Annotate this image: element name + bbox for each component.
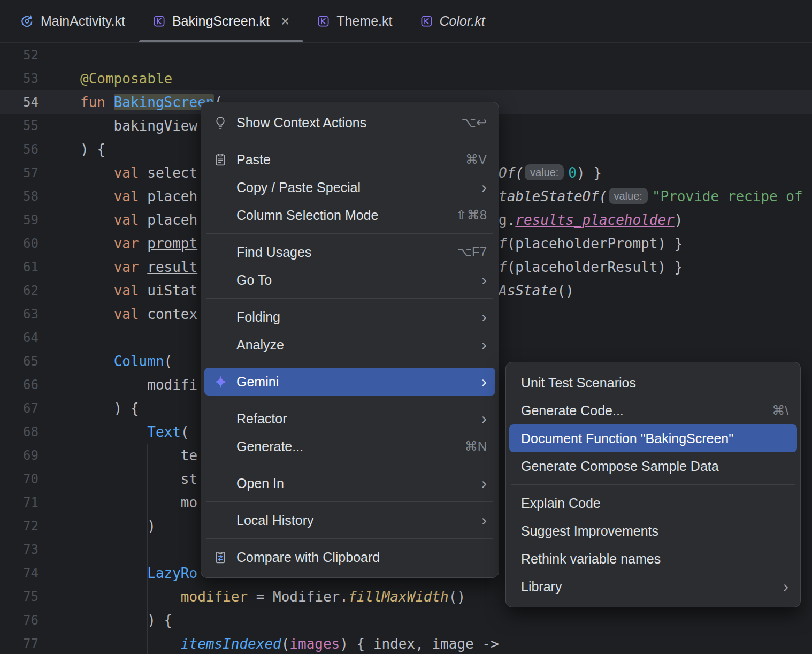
tab-bakingscreen-kt[interactable]: BakingScreen.kt×	[139, 0, 303, 42]
code-line-52[interactable]: 52	[0, 43, 812, 67]
code-text: Text(	[59, 424, 189, 440]
code-text: @Composable	[59, 71, 172, 87]
line-number[interactable]: 59	[0, 208, 59, 232]
code-text: itemsIndexed(images) { index, image ->	[59, 636, 499, 652]
menu-item-generate[interactable]: Generate...⌘N	[204, 432, 495, 460]
code-line-77[interactable]: 77 itemsIndexed(images) { index, image -…	[0, 632, 812, 654]
line-number[interactable]: 58	[0, 185, 59, 208]
menu-item-label: Rethink variable names	[521, 551, 788, 567]
line-number[interactable]: 64	[0, 326, 59, 349]
compose-icon	[20, 14, 34, 28]
menu-item-open-in[interactable]: Open In›	[204, 469, 495, 497]
menu-item-label: Generate Compose Sample Data	[521, 459, 788, 474]
line-number[interactable]: 73	[0, 538, 59, 561]
menu-item-label: Suggest Improvements	[521, 523, 788, 539]
line-number[interactable]: 60	[0, 232, 59, 255]
tab-label: Theme.kt	[336, 13, 392, 29]
line-number[interactable]: 65	[0, 349, 59, 373]
menu-item-label: Open In	[236, 476, 466, 491]
gemini-icon	[209, 375, 232, 389]
code-token: ()	[449, 589, 465, 605]
line-number[interactable]: 71	[0, 491, 59, 514]
close-icon[interactable]: ×	[281, 14, 289, 29]
line-number[interactable]: 67	[0, 397, 59, 420]
code-text: var result	[59, 259, 197, 275]
menu-item-go-to[interactable]: Go To›	[204, 266, 495, 294]
code-text: te	[59, 447, 197, 463]
code-line-53[interactable]: 53@Composable	[0, 67, 812, 90]
line-number[interactable]: 62	[0, 279, 59, 302]
tab-color-kt[interactable]: Color.kt	[407, 0, 499, 42]
menu-item-suggest-improvements[interactable]: Suggest Improvements	[509, 517, 797, 545]
code-token: ()	[557, 283, 574, 299]
line-number[interactable]: 66	[0, 373, 59, 397]
menu-separator	[206, 233, 493, 234]
code-token: g.	[499, 212, 515, 228]
line-number[interactable]: 74	[0, 561, 59, 585]
code-token	[80, 636, 181, 652]
chevron-right-icon: ›	[481, 410, 487, 427]
line-number[interactable]: 53	[0, 67, 59, 90]
code-token: val	[114, 188, 148, 204]
code-line-76[interactable]: 76 ) {	[0, 609, 812, 632]
menu-shortcut: ⌥F7	[457, 245, 487, 260]
menu-item-compare-with-clipboard[interactable]: Compare with Clipboard	[204, 543, 495, 571]
code-token: fun	[80, 94, 114, 110]
code-token: Of(	[499, 165, 524, 181]
menu-separator	[206, 501, 493, 502]
code-token: ) }	[577, 165, 602, 181]
code-token	[80, 235, 114, 252]
menu-item-refactor[interactable]: Refactor›	[204, 405, 495, 432]
code-token: "Provide recipe of	[652, 188, 803, 204]
line-number[interactable]: 61	[0, 255, 59, 279]
line-number[interactable]: 77	[0, 632, 59, 654]
menu-item-find-usages[interactable]: Find Usages⌥F7	[204, 238, 495, 266]
line-number[interactable]: 52	[0, 43, 59, 67]
menu-item-library[interactable]: Library›	[509, 573, 797, 600]
code-text: bakingView	[59, 118, 197, 134]
menu-item-gemini[interactable]: Gemini›	[204, 368, 495, 396]
line-number[interactable]: 54	[0, 90, 59, 114]
code-token: BakingScreen	[114, 94, 215, 110]
tab-mainactivity-kt[interactable]: MainActivity.kt	[6, 0, 139, 42]
code-token: bakingView	[80, 118, 197, 134]
menu-item-column-selection-mode[interactable]: Column Selection Mode⇧⌘8	[204, 201, 495, 229]
tab-theme-kt[interactable]: Theme.kt	[303, 0, 406, 42]
menu-item-label: Compare with Clipboard	[236, 550, 487, 565]
menu-item-label: Refactor	[236, 411, 466, 427]
code-token: val	[114, 306, 148, 322]
menu-item-show-context-actions[interactable]: Show Context Actions⌥↩	[204, 109, 495, 136]
menu-item-generate-compose-sample-data[interactable]: Generate Compose Sample Data	[509, 452, 797, 480]
code-text: ) {	[59, 400, 139, 416]
menu-item-generate-code[interactable]: Generate Code...⌘\	[509, 397, 797, 424]
menu-item-unit-test-scenarios[interactable]: Unit Test Scenarios	[509, 369, 797, 397]
line-number[interactable]: 57	[0, 161, 59, 185]
line-number[interactable]: 75	[0, 585, 59, 609]
menu-item-rethink-variable-names[interactable]: Rethink variable names	[509, 545, 797, 573]
menu-separator	[206, 538, 493, 539]
tab-label: MainActivity.kt	[41, 13, 125, 29]
clipboard-icon	[209, 153, 232, 166]
menu-item-paste[interactable]: Paste⌘V	[204, 146, 495, 173]
line-number[interactable]: 63	[0, 302, 59, 326]
line-number[interactable]: 56	[0, 138, 59, 161]
line-number[interactable]: 69	[0, 444, 59, 467]
code-token	[80, 259, 114, 275]
menu-item-document-function-bakingscreen[interactable]: Document Function "BakingScreen"	[509, 424, 797, 452]
line-number[interactable]: 76	[0, 609, 59, 632]
code-token: f	[499, 235, 507, 252]
menu-item-local-history[interactable]: Local History›	[204, 506, 495, 534]
code-token: mo	[80, 495, 197, 511]
menu-item-label: Explain Code	[521, 496, 788, 511]
menu-item-copy-paste-special[interactable]: Copy / Paste Special›	[204, 173, 495, 201]
menu-item-folding[interactable]: Folding›	[204, 303, 495, 331]
line-number[interactable]: 55	[0, 114, 59, 138]
code-text: val placeh	[59, 212, 197, 228]
code-token: f	[499, 259, 507, 275]
line-number[interactable]: 68	[0, 420, 59, 444]
menu-item-analyze[interactable]: Analyze›	[204, 331, 495, 359]
line-number[interactable]: 72	[0, 514, 59, 538]
chevron-right-icon: ›	[481, 512, 487, 528]
menu-item-explain-code[interactable]: Explain Code	[509, 489, 797, 517]
line-number[interactable]: 70	[0, 467, 59, 491]
